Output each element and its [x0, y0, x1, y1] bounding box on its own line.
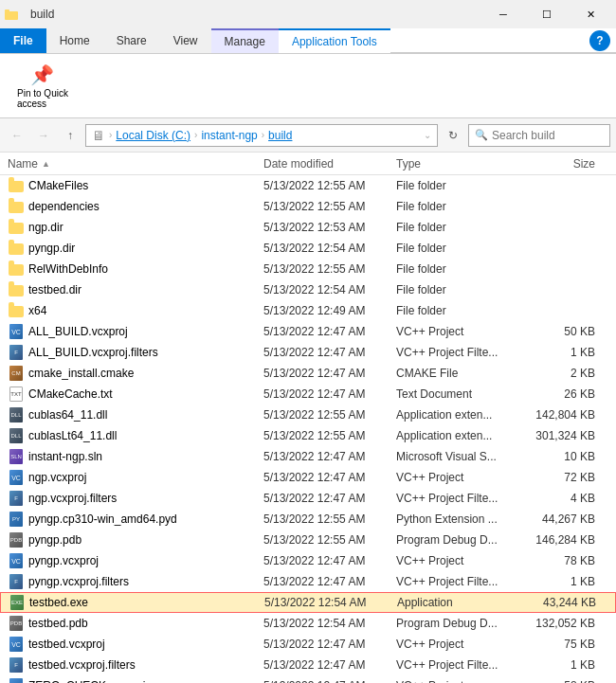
file-list: CMakeFiles5/13/2022 12:55 AMFile folderd…	[0, 175, 616, 683]
table-row[interactable]: VCALL_BUILD.vcxproj5/13/2022 12:47 AMVC+…	[0, 321, 616, 342]
back-button[interactable]: ←	[6, 124, 28, 147]
table-row[interactable]: pyngp.dir5/13/2022 12:54 AMFile folder	[0, 238, 616, 259]
file-icon: VC	[8, 469, 25, 486]
file-icon	[8, 240, 25, 257]
file-date: 5/13/2022 12:47 AM	[263, 638, 396, 651]
table-row[interactable]: VCngp.vcxproj5/13/2022 12:47 AMVC++ Proj…	[0, 467, 616, 488]
table-row[interactable]: Fpyngp.vcxproj.filters5/13/2022 12:47 AM…	[0, 571, 616, 592]
chevron-icon-1: ›	[109, 130, 112, 140]
minimize-button[interactable]: ─	[481, 0, 525, 28]
file-name: cublasLt64_11.dll	[28, 429, 263, 442]
file-name: ngp.vcxproj	[28, 471, 263, 484]
table-row[interactable]: PDBpyngp.pdb5/13/2022 12:55 AMProgram De…	[0, 530, 616, 550]
table-row[interactable]: TXTCMakeCache.txt5/13/2022 12:47 AMText …	[0, 384, 616, 404]
file-icon: F	[8, 656, 25, 674]
file-name: pyngp.pdb	[28, 533, 263, 547]
sort-arrow-name: ▲	[42, 159, 50, 169]
file-type: File folder	[396, 179, 519, 192]
table-row[interactable]: RelWithDebInfo5/13/2022 12:55 AMFile fol…	[0, 259, 616, 279]
file-name: ALL_BUILD.vcxproj	[28, 325, 263, 338]
tab-file[interactable]: File	[0, 28, 46, 53]
col-header-date[interactable]: Date modified	[263, 157, 396, 171]
file-name: RelWithDebInfo	[28, 262, 263, 276]
table-row[interactable]: Ftestbed.vcxproj.filters5/13/2022 12:47 …	[0, 655, 616, 675]
file-date: 5/13/2022 12:47 AM	[263, 554, 396, 567]
file-date: 5/13/2022 12:47 AM	[263, 450, 396, 463]
file-type: Program Debug D...	[396, 533, 519, 547]
path-dropdown-icon[interactable]: ⌄	[424, 130, 431, 140]
file-icon	[8, 198, 25, 215]
col-header-name[interactable]: Name ▲	[8, 157, 263, 171]
table-row[interactable]: Fngp.vcxproj.filters5/13/2022 12:47 AMVC…	[0, 488, 616, 509]
title-bar-controls[interactable]: ─ ☐ ✕	[481, 0, 612, 28]
file-icon: TXT	[8, 386, 25, 403]
table-row[interactable]: ngp.dir5/13/2022 12:53 AMFile folder	[0, 217, 616, 238]
file-type: Application	[397, 596, 520, 609]
table-row[interactable]: x645/13/2022 12:49 AMFile folder	[0, 300, 616, 321]
table-row[interactable]: SLNinstant-ngp.sln5/13/2022 12:47 AMMicr…	[0, 446, 616, 467]
table-row[interactable]: dependencies5/13/2022 12:55 AMFile folde…	[0, 196, 616, 217]
file-date: 5/13/2022 12:47 AM	[263, 325, 396, 338]
col-header-size[interactable]: Size	[519, 157, 595, 171]
search-box[interactable]: 🔍	[468, 124, 610, 147]
file-name: pyngp.cp310-win_amd64.pyd	[28, 512, 263, 526]
table-row[interactable]: VCZERO_CHECK.vcxproj5/13/2022 12:47 AMVC…	[0, 675, 616, 683]
file-name: testbed.exe	[29, 596, 264, 609]
file-date: 5/13/2022 12:55 AM	[263, 200, 396, 213]
file-name: pyngp.dir	[28, 242, 263, 255]
table-row[interactable]: PDBtestbed.pdb5/13/2022 12:54 AMProgram …	[0, 613, 616, 634]
path-build[interactable]: build	[268, 129, 292, 142]
close-button[interactable]: ✕	[569, 0, 612, 28]
chevron-icon-2: ›	[194, 130, 197, 140]
table-row[interactable]: testbed.dir5/13/2022 12:54 AMFile folder	[0, 279, 616, 300]
help-button[interactable]: ?	[589, 30, 610, 51]
file-icon: VC	[8, 323, 25, 340]
address-path[interactable]: 🖥 › Local Disk (C:) › instant-ngp › buil…	[85, 124, 438, 147]
col-header-type[interactable]: Type	[396, 157, 519, 171]
file-date: 5/13/2022 12:47 AM	[263, 346, 396, 359]
file-icon: DLL	[8, 427, 25, 444]
file-size: 4 KB	[519, 492, 595, 505]
file-size: 146,284 KB	[519, 533, 595, 547]
table-row[interactable]: FALL_BUILD.vcxproj.filters5/13/2022 12:4…	[0, 342, 616, 363]
path-instant-ngp[interactable]: instant-ngp	[201, 129, 257, 142]
svg-rect-0	[5, 11, 18, 20]
file-date: 5/13/2022 12:54 AM	[264, 596, 397, 609]
tab-share[interactable]: Share	[103, 28, 160, 53]
file-name: CMakeFiles	[28, 179, 263, 192]
path-local-disk[interactable]: Local Disk (C:)	[116, 129, 190, 142]
table-row[interactable]: VCpyngp.vcxproj5/13/2022 12:47 AMVC++ Pr…	[0, 550, 616, 571]
file-date: 5/13/2022 12:47 AM	[263, 471, 396, 484]
table-row[interactable]: VCtestbed.vcxproj5/13/2022 12:47 AMVC++ …	[0, 634, 616, 655]
maximize-button[interactable]: ☐	[525, 0, 569, 28]
file-name: ZERO_CHECK.vcxproj	[28, 679, 263, 683]
file-icon: VC	[8, 677, 25, 683]
file-name: testbed.vcxproj.filters	[28, 658, 263, 672]
file-date: 5/13/2022 12:47 AM	[263, 575, 396, 588]
tab-view[interactable]: View	[160, 28, 211, 53]
up-button[interactable]: ↑	[59, 124, 82, 147]
file-size: 26 KB	[519, 387, 595, 401]
refresh-button[interactable]: ↻	[442, 124, 464, 147]
column-headers: Name ▲ Date modified Type Size	[0, 153, 616, 175]
file-name: instant-ngp.sln	[28, 450, 263, 463]
tab-home[interactable]: Home	[46, 28, 103, 53]
ribbon-toolbar: 📌 Pin to Quickaccess	[8, 58, 78, 115]
tab-application-tools[interactable]: Application Tools	[279, 28, 390, 53]
table-row[interactable]: DLLcublas64_11.dll5/13/2022 12:55 AMAppl…	[0, 404, 616, 425]
file-date: 5/13/2022 12:55 AM	[263, 512, 396, 526]
table-row[interactable]: CMakeFiles5/13/2022 12:55 AMFile folder	[0, 175, 616, 196]
title-bar-icons	[4, 7, 19, 22]
table-row[interactable]: PYpyngp.cp310-win_amd64.pyd5/13/2022 12:…	[0, 509, 616, 530]
file-date: 5/13/2022 12:47 AM	[263, 387, 396, 401]
tab-manage[interactable]: Manage	[211, 28, 279, 53]
search-input[interactable]	[492, 129, 604, 142]
table-row[interactable]: EXEtestbed.exe5/13/2022 12:54 AMApplicat…	[0, 592, 616, 613]
file-date: 5/13/2022 12:47 AM	[263, 679, 396, 683]
file-name: ngp.dir	[28, 221, 263, 234]
table-row[interactable]: CMcmake_install.cmake5/13/2022 12:47 AMC…	[0, 363, 616, 384]
file-name: dependencies	[28, 200, 263, 213]
forward-button[interactable]: →	[32, 124, 55, 147]
table-row[interactable]: DLLcublasLt64_11.dll5/13/2022 12:55 AMAp…	[0, 425, 616, 446]
ribbon-pin-button[interactable]: 📌 Pin to Quickaccess	[11, 60, 74, 113]
